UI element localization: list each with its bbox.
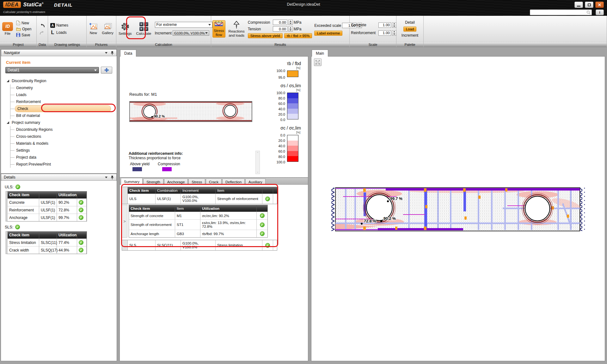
nav-item-cross-sections[interactable]: Cross-sections — [10, 133, 113, 140]
nav-section-discontinuity-region[interactable]: Discontinuity Region — [4, 77, 113, 84]
check-ok-icon — [79, 200, 83, 205]
search-box[interactable] — [530, 9, 592, 15]
ribbon-group-pictures: New Gallery Pictures — [87, 16, 116, 47]
structure-check-view[interactable]: 99.7 % 72.8 % 90.2 % — [330, 186, 585, 233]
navigator-panel: Navigator Current item Detail1 ✚ — [1, 49, 117, 174]
concrete-scale-input[interactable] — [378, 22, 391, 28]
stress-above-yield-button[interactable]: Stress above yield — [248, 33, 283, 38]
table-row[interactable]: AnchorageULSF(1) 99.7% — [8, 214, 87, 221]
tension-input[interactable] — [273, 26, 287, 32]
reactions-loads-button[interactable]: Reactions and loads — [228, 20, 246, 38]
pin-icon[interactable] — [111, 175, 114, 179]
nav-item-check[interactable]: Check — [10, 105, 113, 112]
tab-strength[interactable]: Strength — [143, 179, 163, 185]
sls-row[interactable]: SLS — [128, 240, 156, 250]
tab-stress[interactable]: Stress — [188, 179, 205, 185]
current-item-dropdown[interactable]: Detail1 — [5, 67, 99, 73]
palette-load-button[interactable]: Load — [403, 27, 417, 32]
uls-row[interactable]: ULS — [128, 194, 156, 204]
table-row[interactable]: Crack widthSLSQ(17) 44.9% — [8, 246, 87, 254]
open-button[interactable]: Open — [15, 26, 32, 32]
loads-toggle[interactable]: Loads — [49, 30, 68, 36]
tab-anchorage[interactable]: Anchorage — [164, 179, 188, 185]
reactions-icon — [233, 21, 240, 29]
navigator-tree: Discontinuity Region Geometry Loads Rein… — [4, 77, 113, 168]
main-panel: Main — [311, 49, 605, 361]
tree-expander-icon[interactable] — [7, 80, 9, 82]
palette-detail-button[interactable]: Detail — [404, 20, 416, 26]
nav-item-project-data[interactable]: Project data — [10, 154, 113, 161]
label-extreme-button[interactable]: Label extreme — [314, 31, 342, 36]
scroll-down-icon[interactable]: ⌄ — [256, 170, 259, 173]
tab-summary[interactable]: Summary — [121, 178, 143, 185]
settings-button[interactable]: Settings — [118, 21, 133, 36]
undo-button[interactable] — [39, 22, 46, 28]
new-picture-icon — [89, 23, 97, 30]
fit-view-button[interactable] — [314, 58, 322, 66]
scroll-up-icon[interactable]: ⌃ — [256, 152, 259, 155]
close-icon: ✕ — [598, 3, 601, 7]
increment-dropdown[interactable]: G100.0%, V100.0% — [173, 30, 209, 36]
table-row[interactable]: Stress limitationSLSC(11) 77.4% — [8, 239, 87, 246]
row-selector[interactable] — [122, 194, 128, 204]
nav-item-discontinuity-regions[interactable]: Discontinuity Regions — [10, 126, 113, 133]
tab-data[interactable]: Data — [120, 50, 136, 57]
redo-button[interactable] — [39, 30, 46, 36]
nav-item-loads[interactable]: Loads — [10, 91, 113, 98]
search-input[interactable] — [530, 10, 586, 15]
row-expander[interactable]: > — [122, 205, 127, 238]
gallery-button[interactable]: Gallery — [101, 22, 114, 36]
check-ok-icon — [260, 213, 265, 218]
tb-fbd-button[interactable]: τb / fbd > 95% — [284, 33, 312, 38]
save-button[interactable]: Save — [15, 32, 32, 38]
nav-item-report-preview-print[interactable]: Report Preview/Print — [10, 161, 113, 168]
collapse-icon[interactable] — [105, 177, 107, 178]
tab-auxiliary[interactable]: Auxiliary — [245, 179, 265, 185]
tab-main[interactable]: Main — [312, 50, 328, 57]
compression-input[interactable] — [273, 20, 287, 25]
tab-deflection[interactable]: Deflection — [222, 179, 245, 185]
pin-icon[interactable] — [111, 51, 114, 55]
add-item-button[interactable]: ✚ — [101, 67, 112, 74]
nav-item-materials-models[interactable]: Materials & models — [10, 140, 113, 147]
file-button[interactable]: ID File — [1, 21, 14, 36]
check-ok-icon — [260, 222, 265, 227]
concrete-scale-stepper[interactable] — [392, 22, 396, 28]
gallery-icon — [103, 23, 112, 30]
calculate-button[interactable]: Calculate — [135, 21, 152, 36]
check-ok-icon — [265, 243, 270, 248]
ribbon-filler — [424, 16, 607, 47]
reinforcement-scale-input[interactable] — [378, 30, 391, 36]
picture-new-button[interactable]: New — [88, 22, 98, 36]
extreme-dropdown[interactable]: For extreme — [155, 22, 212, 28]
nav-item-reinforcement[interactable]: Reinforcement — [10, 98, 113, 105]
nav-section-project-summary[interactable]: Project summary — [4, 119, 113, 126]
tab-crack[interactable]: Crack — [206, 179, 222, 185]
new-button[interactable]: New — [15, 20, 32, 26]
stress-flow-button[interactable]: Stress flow — [212, 20, 225, 38]
table-row[interactable]: ConcreteULSF(1) 90.2% — [8, 198, 87, 206]
tree-expander-icon[interactable] — [7, 121, 9, 124]
palette-increment-button[interactable]: Increment — [401, 33, 419, 39]
nav-item-bill-of-material[interactable]: Bill of material — [10, 112, 113, 119]
mini-scrollbar[interactable]: ⌃ ⌄ — [255, 151, 260, 174]
chevron-down-icon — [94, 70, 97, 71]
compression-stepper[interactable] — [288, 20, 293, 25]
table-row[interactable]: ReinforcementULSF(1) 72.8% — [8, 206, 87, 214]
row-selector[interactable] — [122, 240, 128, 250]
reinforcement-scale-stepper[interactable] — [392, 30, 396, 36]
table-row[interactable]: Anchorage length — [129, 230, 175, 237]
names-toggle[interactable]: Names — [49, 22, 69, 28]
left-panel: Navigator Current item Detail1 ✚ — [1, 49, 117, 361]
info-button[interactable]: i — [596, 9, 604, 15]
collapse-icon[interactable] — [105, 52, 107, 54]
table-row[interactable]: Strength of reinforcement — [129, 219, 175, 230]
table-row[interactable]: Strength of concrete — [129, 212, 175, 219]
maximize-button[interactable] — [585, 2, 593, 8]
tension-stepper[interactable] — [288, 26, 293, 32]
nav-item-settings[interactable]: Settings — [10, 147, 113, 154]
check-ok-icon — [15, 225, 20, 229]
nav-item-geometry[interactable]: Geometry — [10, 84, 113, 91]
close-button[interactable]: ✕ — [595, 2, 604, 8]
minimize-button[interactable] — [574, 2, 583, 8]
